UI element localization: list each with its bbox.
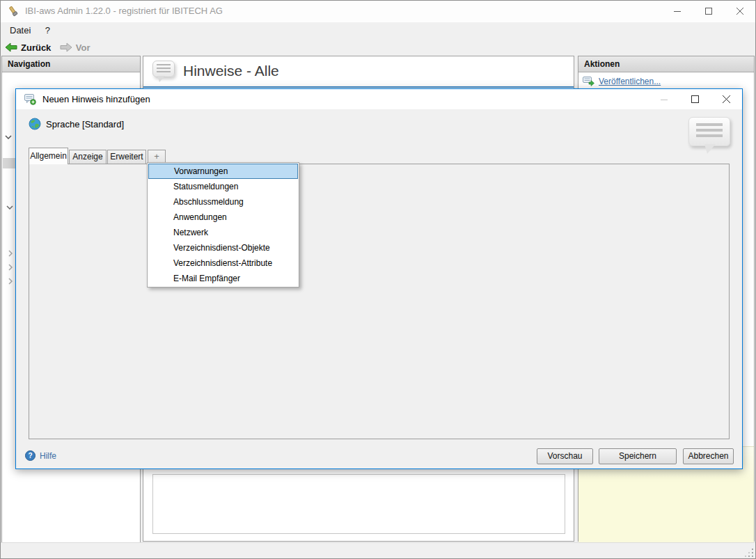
speech-bubble-icon [152, 61, 175, 77]
window-title: IBI-aws Admin 1.22.0 - registriert für I… [25, 0, 223, 22]
window-controls [661, 0, 755, 22]
back-button[interactable]: Zurück [2, 39, 54, 56]
title-bar: IBI-aws Admin 1.22.0 - registriert für I… [0, 0, 756, 22]
app-icon [8, 6, 19, 17]
maximize-icon [691, 95, 699, 103]
chevron-down-icon[interactable] [6, 205, 13, 210]
menu-item-verzeichnisdienst-objekte[interactable]: Verzeichnisdienst-Objekte [148, 240, 299, 255]
abbrechen-button[interactable]: Abbrechen [683, 448, 734, 464]
maximize-icon [705, 8, 712, 15]
publish-row: Veröffentlichen... [583, 76, 661, 86]
forward-arrow-icon [60, 42, 72, 52]
resize-grip[interactable] [745, 548, 754, 557]
back-label: Zurück [21, 42, 51, 53]
close-icon [737, 8, 743, 15]
add-note-icon [24, 93, 36, 105]
menu-item-anwendungen[interactable]: Anwendungen [148, 210, 299, 225]
dialog-title-bar: Neuen Hinweis hinzufügen [16, 89, 742, 109]
menu-item-verzeichnisdienst-attribute[interactable]: Verzeichnisdienst-Attribute [148, 255, 299, 271]
content-header: Hinweise - Alle [143, 56, 574, 86]
navigation-header: Navigation [2, 56, 140, 72]
publish-icon [583, 76, 594, 86]
menu-item-help[interactable]: ? [40, 22, 56, 39]
vorschau-button[interactable]: Vorschau [537, 448, 593, 464]
dialog-maximize-button[interactable] [679, 89, 711, 109]
chevron-right-icon[interactable] [8, 278, 13, 285]
maximize-button[interactable] [693, 0, 724, 22]
hilfe-link[interactable]: ? Hilfe [25, 450, 56, 461]
language-selector[interactable]: Sprache [Standard] [29, 118, 124, 130]
menu-item-datei[interactable]: Datei [4, 22, 36, 39]
header-underline [143, 86, 574, 88]
speichern-button[interactable]: Speichern [599, 448, 677, 464]
help-icon: ? [25, 450, 36, 461]
chevron-right-icon[interactable] [8, 250, 13, 257]
publish-link[interactable]: Veröffentlichen... [599, 77, 661, 86]
minimize-button[interactable] [661, 0, 693, 22]
chevron-down-icon[interactable] [5, 135, 12, 139]
forward-label: Vor [76, 42, 90, 53]
back-arrow-icon [5, 42, 17, 52]
dialog-controls [648, 89, 742, 109]
menu-item-email-empfaenger[interactable]: E-Mail Empfänger [148, 271, 299, 286]
forward-button[interactable]: Vor [57, 39, 93, 56]
globe-icon [29, 118, 41, 130]
svg-text:?: ? [28, 452, 32, 459]
language-label: Sprache [Standard] [46, 119, 124, 129]
content-placeholder-box [152, 474, 565, 534]
close-button[interactable] [724, 0, 755, 22]
toolbar: Zurück Vor [0, 39, 756, 56]
speech-bubble-watermark-icon [688, 117, 730, 146]
tab-panel [29, 164, 730, 439]
hilfe-label: Hilfe [40, 451, 56, 461]
minimize-icon [661, 96, 668, 103]
actions-header: Aktionen [578, 56, 754, 72]
status-bar [0, 542, 756, 559]
dialog-close-button[interactable] [711, 89, 742, 109]
chevron-right-icon[interactable] [8, 264, 13, 271]
hinweis-type-menu: Vorwarnungen Statusmeldungen Abschlussme… [147, 162, 299, 288]
add-hinweis-dialog: Neuen Hinweis hinzufügen Sprache [Standa… [15, 88, 743, 469]
dialog-title: Neuen Hinweis hinzufügen [42, 89, 150, 109]
tab-allgemein[interactable]: Allgemein [29, 148, 68, 164]
dialog-minimize-button[interactable] [648, 89, 679, 109]
menu-item-netzwerk[interactable]: Netzwerk [148, 225, 299, 240]
selected-row-fragment [3, 158, 17, 168]
menu-item-statusmeldungen[interactable]: Statusmeldungen [148, 179, 299, 194]
tab-erweitert[interactable]: Erweitert [107, 150, 146, 164]
menu-item-vorwarnungen[interactable]: Vorwarnungen [148, 164, 298, 179]
menu-item-abschlussmeldung[interactable]: Abschlussmeldung [148, 194, 299, 210]
close-icon [723, 95, 730, 103]
minimize-icon [674, 8, 681, 15]
tab-anzeige[interactable]: Anzeige [69, 150, 107, 164]
page-title: Hinweise - Alle [183, 63, 279, 79]
menu-bar: Datei ? [0, 22, 756, 39]
